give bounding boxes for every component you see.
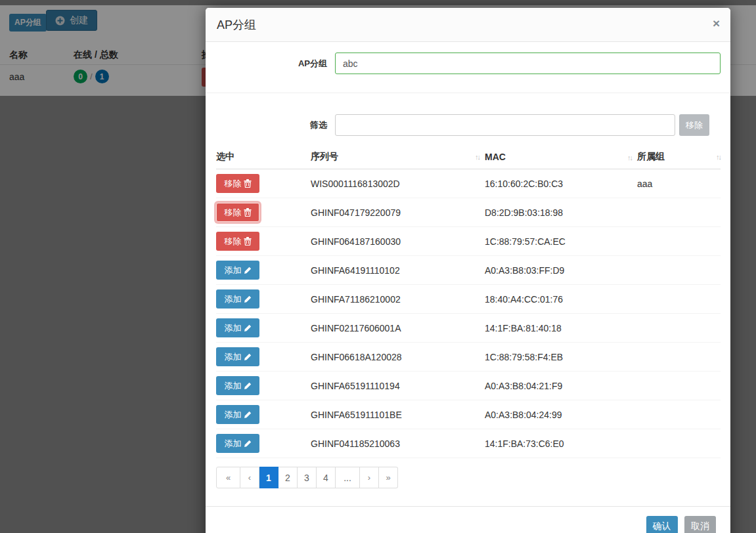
page-1[interactable]: 1 [259,467,278,488]
serial-cell: GHINFA65191110194 [311,372,485,400]
page-next[interactable]: › [360,467,379,488]
serial-cell: GHINF02117606001A [311,314,485,343]
table-row: 移除 GHINF047179220079 D8:2D:9B:03:18:98 [216,198,721,227]
mac-cell: D8:2D:9B:03:18:98 [485,198,637,227]
group-cell [637,285,721,314]
cancel-button[interactable]: 取消 [684,516,716,533]
modal-body: AP分组 筛选 移除 选中 序列号↑↓ MAC↑↓ 所属组↑↓ 移除 [206,42,730,533]
remove-button[interactable]: 移除 [216,174,259,193]
page-prev[interactable]: ‹ [240,467,259,488]
group-name-input[interactable] [335,53,721,74]
add-button[interactable]: 添加 [216,434,259,453]
serial-cell: GHINFA651911101BE [311,400,485,429]
add-button[interactable]: 添加 [216,376,259,395]
add-button[interactable]: 添加 [216,289,259,309]
add-button[interactable]: 添加 [216,318,259,337]
mac-cell: A0:A3:B8:04:21:F9 [485,372,637,400]
column-selected: 选中 [216,150,311,169]
filter-input[interactable] [335,114,675,136]
table-row: 添加 GHINF02117606001A 14:1F:BA:81:40:18 [216,314,721,343]
add-button[interactable]: 添加 [216,261,259,280]
mac-cell: 1C:88:79:58:F4:EB [485,343,637,372]
trash-icon [244,208,252,217]
modal-footer: 确认 取消 [206,506,730,533]
pagination: « ‹ 1 2 3 4 ... › » [216,467,398,488]
page-2[interactable]: 2 [278,467,298,488]
group-cell [637,429,721,458]
group-name-label: AP分组 [206,58,335,70]
pencil-icon [244,266,252,274]
mac-cell: A0:A3:B8:04:24:99 [485,400,637,429]
ap-table: 选中 序列号↑↓ MAC↑↓ 所属组↑↓ 移除 WIS0001116813002… [216,150,721,458]
group-cell [637,400,721,429]
serial-cell: WIS0001116813002D [311,169,485,198]
table-row: 移除 WIS0001116813002D 16:10:60:2C:B0:C3 a… [216,169,721,198]
page-3[interactable]: 3 [298,467,317,488]
modal-header: AP分组 × [206,8,730,42]
group-name-row: AP分组 [206,53,730,74]
group-cell [637,198,721,227]
mac-cell: 16:10:60:2C:B0:C3 [485,169,637,198]
pencil-icon [244,382,252,390]
table-row: 移除 GHINF064187160030 1C:88:79:57:CA:EC [216,227,721,256]
serial-cell: GHINFA71186210002 [311,285,485,314]
pencil-icon [244,411,252,419]
table-row: 添加 GHINFA651911101BE A0:A3:B8:04:24:99 [216,400,721,429]
filter-label: 筛选 [206,119,335,131]
trash-icon [244,237,252,245]
trash-icon [244,179,252,188]
group-cell: aaa [637,169,721,198]
pencil-icon [244,295,252,303]
mac-cell: A0:A3:B8:03:FF:D9 [485,256,637,285]
pencil-icon [244,353,252,361]
column-group[interactable]: 所属组↑↓ [637,150,721,169]
remove-button[interactable]: 移除 [216,203,259,222]
sort-icon[interactable]: ↑↓ [627,154,637,161]
filter-row: 筛选 移除 [206,114,730,136]
group-cell [637,314,721,343]
remove-button[interactable]: 移除 [216,232,259,251]
section-divider [206,93,730,93]
table-row: 添加 GHINF06618A120028 1C:88:79:58:F4:EB [216,343,721,372]
serial-cell: GHINF064187160030 [311,227,485,256]
group-cell [637,227,721,256]
page-last[interactable]: » [379,467,398,488]
add-button[interactable]: 添加 [216,347,259,366]
ap-group-modal: AP分组 × AP分组 筛选 移除 选中 序列号↑↓ MAC↑↓ 所属组↑↓ [206,8,730,533]
page-4[interactable]: 4 [317,467,336,488]
group-cell [637,256,721,285]
confirm-button[interactable]: 确认 [646,516,678,533]
table-row: 添加 GHINFA71186210002 18:40:A4:CC:01:76 [216,285,721,314]
sort-icon[interactable]: ↑↓ [475,153,485,161]
group-cell [637,343,721,372]
mac-cell: 14:1F:BA:81:40:18 [485,314,637,343]
filter-remove-button[interactable]: 移除 [679,114,709,136]
serial-cell: GHINF06618A120028 [311,343,485,372]
modal-title: AP分组 [217,8,256,42]
table-row: 添加 GHINFA64191110102 A0:A3:B8:03:FF:D9 [216,256,721,285]
table-row: 添加 GHINFA65191110194 A0:A3:B8:04:21:F9 [216,372,721,400]
mac-cell: 14:1F:BA:73:C6:E0 [485,429,637,458]
group-cell [637,372,721,400]
column-serial[interactable]: 序列号↑↓ [311,150,485,169]
add-button[interactable]: 添加 [216,405,259,424]
column-mac[interactable]: MAC↑↓ [485,150,637,169]
pencil-icon [244,324,252,332]
mac-cell: 18:40:A4:CC:01:76 [485,285,637,314]
serial-cell: GHINF041185210063 [311,429,485,458]
mac-cell: 1C:88:79:57:CA:EC [485,227,637,256]
close-icon[interactable]: × [713,17,720,30]
serial-cell: GHINFA64191110102 [311,256,485,285]
sort-icon[interactable]: ↑↓ [716,153,721,161]
pencil-icon [244,440,252,448]
serial-cell: GHINF047179220079 [311,198,485,227]
page-ellipsis[interactable]: ... [336,467,360,488]
table-row: 添加 GHINF041185210063 14:1F:BA:73:C6:E0 [216,429,721,458]
page-first[interactable]: « [216,467,240,488]
ap-table-header-row: 选中 序列号↑↓ MAC↑↓ 所属组↑↓ [216,150,721,169]
